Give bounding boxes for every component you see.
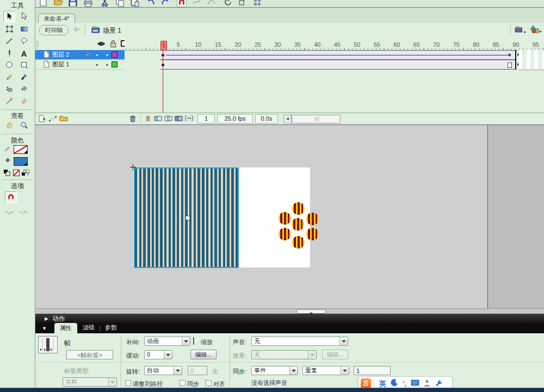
free-transform-tool-button[interactable] bbox=[3, 24, 15, 35]
snap-checkbox[interactable] bbox=[206, 380, 212, 386]
save-icon[interactable] bbox=[69, 0, 78, 7]
add-motion-guide-button[interactable] bbox=[48, 115, 57, 123]
lasso-tool-button[interactable] bbox=[18, 36, 30, 47]
toolbar-smooth-icon[interactable] bbox=[192, 0, 202, 7]
print-icon[interactable] bbox=[83, 0, 93, 7]
label-type-dropdown[interactable]: 名称 bbox=[63, 377, 117, 387]
oval-tool-button[interactable] bbox=[3, 60, 15, 71]
scrollbar-left-arrow[interactable]: ◄ bbox=[283, 115, 292, 123]
eyedropper-tool-button[interactable] bbox=[3, 96, 15, 107]
soft-keyboard-icon[interactable] bbox=[411, 379, 419, 388]
center-frame-button[interactable] bbox=[144, 115, 151, 123]
no-color-button[interactable] bbox=[13, 170, 20, 177]
striped-circle[interactable] bbox=[279, 228, 291, 240]
copy-icon[interactable] bbox=[115, 0, 125, 7]
sync-checkbox[interactable] bbox=[180, 380, 186, 386]
pencil-tool-button[interactable] bbox=[3, 72, 15, 83]
striped-circle[interactable] bbox=[279, 212, 291, 225]
onion-skin-outlines-button[interactable] bbox=[164, 115, 172, 123]
ink-bottle-tool-button[interactable] bbox=[3, 84, 15, 95]
open-icon[interactable] bbox=[54, 0, 64, 7]
selected-striped-square[interactable] bbox=[134, 167, 239, 268]
edit-symbols-button[interactable] bbox=[529, 24, 542, 35]
paste-icon[interactable] bbox=[130, 0, 140, 7]
effect-edit-button[interactable]: 编辑... bbox=[322, 350, 348, 359]
scale-checkbox[interactable] bbox=[193, 337, 194, 345]
black-white-button[interactable] bbox=[4, 170, 10, 177]
panel-grip[interactable] bbox=[36, 41, 39, 48]
orient-to-path-checkbox[interactable] bbox=[125, 380, 131, 386]
toolbar-straighten-icon[interactable] bbox=[207, 0, 217, 7]
new-document-icon[interactable] bbox=[39, 0, 49, 7]
timeline-toggle-button[interactable]: 时间轴 bbox=[39, 25, 69, 35]
layer1-frame-span[interactable] bbox=[160, 60, 515, 70]
striped-circle[interactable] bbox=[292, 202, 305, 215]
redo-icon[interactable] bbox=[161, 0, 171, 7]
align-icon[interactable] bbox=[253, 0, 263, 7]
effect-dropdown[interactable]: 无 bbox=[251, 350, 317, 359]
undo-icon[interactable] bbox=[146, 0, 156, 7]
striped-circle[interactable] bbox=[292, 218, 304, 231]
cut-icon[interactable] bbox=[101, 0, 110, 7]
fill-color-swatch[interactable] bbox=[14, 157, 28, 166]
ime-language-mode[interactable]: 英 bbox=[379, 379, 386, 389]
subselection-tool-button[interactable] bbox=[18, 11, 30, 22]
rotate-count-input[interactable] bbox=[188, 366, 207, 375]
scrollbar-thumb[interactable] bbox=[292, 115, 341, 123]
edit-scene-button[interactable] bbox=[515, 25, 527, 35]
lock-layers-icon[interactable] bbox=[109, 40, 117, 49]
tab-parameters[interactable]: 参数 bbox=[105, 323, 117, 333]
collapse-triangle-icon[interactable]: ▼ bbox=[42, 326, 47, 331]
layer-row-1[interactable]: 图层 1 • • bbox=[35, 60, 125, 70]
frame-rate-box[interactable]: 25.0 fps bbox=[217, 114, 253, 123]
striped-circle[interactable] bbox=[292, 236, 305, 248]
transform-center-point[interactable] bbox=[185, 215, 190, 221]
ease-combo[interactable]: 0 bbox=[144, 350, 172, 359]
layer-row-2[interactable]: 图层 2 • • bbox=[35, 50, 125, 60]
layer-visible-dot[interactable]: • bbox=[96, 52, 98, 58]
elapsed-time-box[interactable]: 0.0s bbox=[255, 114, 278, 123]
punctuation-mode-icon[interactable]: ’, bbox=[403, 380, 406, 388]
wrench-icon[interactable] bbox=[435, 379, 442, 388]
timeline-scrollbar[interactable]: ◄ bbox=[283, 115, 341, 123]
empty-frames[interactable] bbox=[518, 50, 544, 70]
insert-layer-button[interactable] bbox=[38, 115, 46, 123]
moon-icon[interactable] bbox=[391, 379, 398, 388]
snap-to-objects-button[interactable] bbox=[5, 191, 17, 203]
ease-edit-button[interactable]: 编辑... bbox=[190, 350, 217, 359]
layer-unlocked-dot[interactable]: • bbox=[106, 61, 108, 68]
repeat-dropdown[interactable]: 重复 bbox=[302, 366, 349, 375]
rotate-icon[interactable] bbox=[224, 0, 233, 7]
toolbar-snap-icon[interactable] bbox=[177, 0, 187, 7]
stroke-color-swatch[interactable] bbox=[14, 145, 28, 154]
frame-label-input[interactable] bbox=[66, 350, 113, 359]
layer-unlocked-dot[interactable]: • bbox=[106, 52, 108, 58]
scale-icon[interactable] bbox=[238, 0, 248, 7]
timeline-ruler[interactable]: 5101520253035404550556065707580859095100… bbox=[125, 40, 544, 51]
eraser-tool-button[interactable] bbox=[18, 96, 30, 107]
striped-circle[interactable] bbox=[306, 213, 319, 225]
stage-pasteboard[interactable] bbox=[35, 125, 487, 308]
rotate-dropdown[interactable]: 自动 bbox=[144, 366, 182, 375]
selection-tool-button[interactable] bbox=[3, 11, 15, 22]
show-hide-layers-icon[interactable] bbox=[97, 40, 106, 48]
onion-skin-button[interactable] bbox=[154, 115, 162, 123]
repeat-count-input[interactable] bbox=[354, 366, 391, 375]
tween-dropdown[interactable]: 动画 bbox=[144, 337, 190, 346]
document-tab[interactable]: 未命名-4* bbox=[38, 14, 75, 23]
pen-tool-button[interactable] bbox=[3, 48, 15, 59]
paint-bucket-tool-button[interactable] bbox=[18, 84, 30, 95]
back-arrow-icon[interactable] bbox=[72, 26, 81, 34]
delete-layer-button[interactable] bbox=[129, 115, 136, 123]
swap-colors-button[interactable] bbox=[22, 170, 29, 177]
striped-circle[interactable] bbox=[306, 228, 319, 240]
playhead-marker[interactable]: 1 bbox=[160, 41, 167, 51]
sound-sync-dropdown[interactable]: 事件 bbox=[251, 366, 298, 375]
hand-tool-button[interactable] bbox=[3, 120, 15, 132]
brush-tool-button[interactable] bbox=[18, 72, 30, 83]
edit-multiple-frames-button[interactable] bbox=[175, 115, 183, 123]
line-tool-button[interactable] bbox=[3, 36, 15, 47]
rectangle-tool-button[interactable] bbox=[18, 60, 30, 71]
tab-properties[interactable]: 属性 bbox=[54, 323, 77, 333]
actions-panel-header[interactable]: ▶ 动作 bbox=[35, 314, 544, 323]
